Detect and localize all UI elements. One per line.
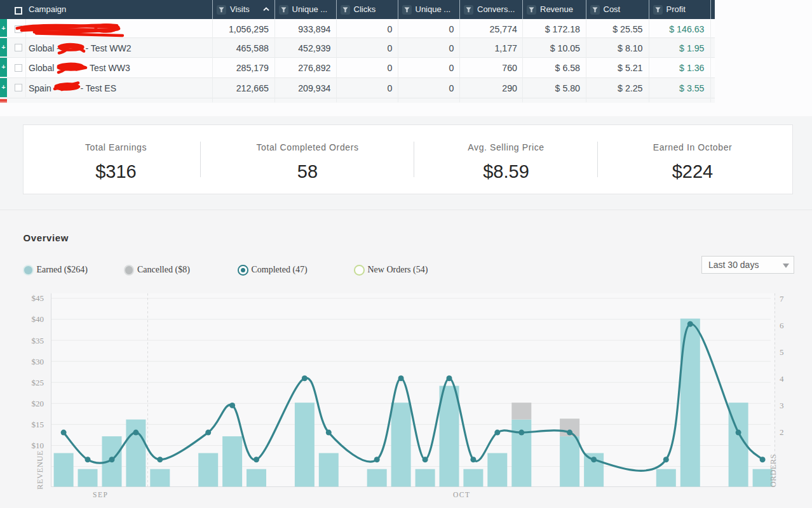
svg-text:SEP: SEP: [93, 491, 108, 498]
svg-text:REVENUE: REVENUE: [36, 450, 44, 490]
svg-text:2: 2: [780, 427, 784, 437]
svg-text:$25: $25: [32, 378, 44, 387]
svg-text:$20: $20: [32, 399, 44, 408]
svg-text:4: 4: [780, 374, 784, 384]
svg-text:7: 7: [780, 294, 784, 304]
svg-text:$30: $30: [32, 357, 44, 366]
svg-text:$15: $15: [32, 420, 44, 429]
svg-text:6: 6: [780, 321, 784, 330]
svg-text:OCT: OCT: [453, 491, 471, 498]
svg-text:5: 5: [780, 347, 784, 357]
svg-text:3: 3: [780, 401, 784, 410]
svg-text:$40: $40: [32, 314, 44, 324]
svg-text:ORDERS: ORDERS: [769, 454, 778, 487]
svg-text:$10: $10: [32, 441, 44, 450]
svg-text:$45: $45: [32, 293, 44, 303]
svg-text:$35: $35: [32, 336, 44, 345]
